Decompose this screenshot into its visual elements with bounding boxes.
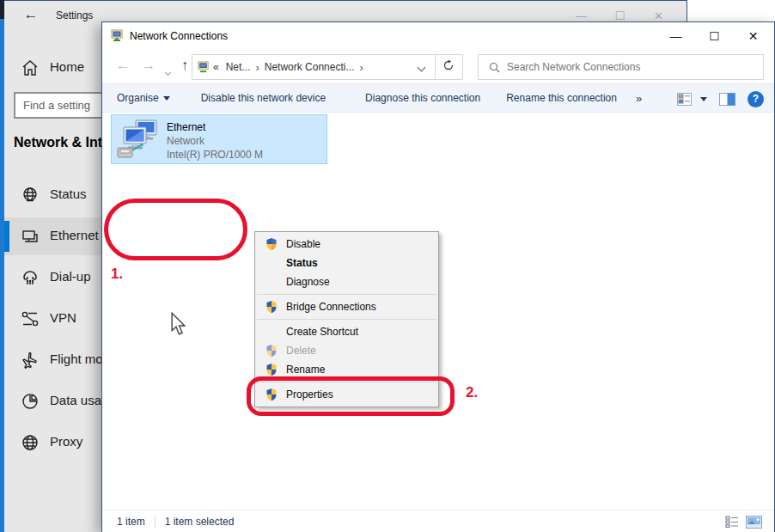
command-bar: Organise Disable this network device Dia… — [102, 83, 774, 113]
chevron-down-icon — [163, 96, 170, 101]
details-view-toggle[interactable] — [725, 516, 739, 528]
search-box[interactable] — [478, 54, 764, 80]
item-count: 1 item — [117, 516, 145, 528]
menu-item-disable[interactable]: Disable — [255, 235, 438, 254]
breadcrumb-parent[interactable]: Net... — [223, 61, 254, 73]
minimize-button[interactable]: — — [656, 22, 695, 50]
menu-item-label: Diagnose — [286, 276, 330, 288]
settings-back-button[interactable]: ← — [20, 6, 42, 27]
menu-item-label: Create Shortcut — [286, 326, 358, 338]
address-dropdown-chevron-icon[interactable] — [418, 61, 424, 73]
refresh-icon — [442, 59, 455, 75]
search-input[interactable] — [507, 61, 763, 73]
annotation-step-2: 2. — [466, 384, 478, 401]
breadcrumb-separator: › — [253, 61, 260, 74]
help-button[interactable]: ? — [748, 91, 764, 107]
search-icon — [489, 62, 500, 73]
vpn-icon — [21, 309, 40, 328]
annotation-step-1: 1. — [111, 266, 123, 283]
menu-item-delete[interactable]: Delete — [255, 341, 438, 360]
annotation-circle-1 — [104, 199, 247, 260]
titlebar[interactable]: Network Connections — ☐ ✕ — [102, 22, 774, 51]
window-title: Network Connections — [130, 30, 228, 42]
ethernet-icon — [21, 227, 40, 246]
breadcrumb-prefix: « — [210, 61, 223, 73]
uac-shield-icon — [265, 300, 278, 316]
address-row: ← → ↑ « Net... › Network Connecti... › — [102, 51, 774, 83]
breadcrumb-separator: › — [357, 61, 364, 74]
sidebar-item-label: Status — [50, 187, 87, 201]
globe-proxy-icon — [21, 433, 40, 452]
settings-window-title: Settings — [56, 9, 93, 21]
refresh-button[interactable] — [435, 54, 463, 80]
airplane-icon — [21, 351, 40, 370]
annotation-circle-2 — [247, 376, 455, 416]
network-connections-window: Network Connections — ☐ ✕ ← → ↑ « Net...… — [101, 21, 775, 532]
address-bar[interactable]: « Net... › Network Connecti... › — [192, 54, 436, 80]
home-icon — [21, 58, 40, 77]
uac-shield-icon — [265, 237, 278, 254]
menu-item-label: Bridge Connections — [286, 301, 376, 313]
sidebar-item-label: Proxy — [50, 434, 82, 449]
network-folder-icon — [110, 29, 124, 46]
menu-item-status[interactable]: Status — [255, 254, 438, 272]
ethernet-connection-item[interactable]: Ethernet Network Intel(R) PRO/1000 M — [111, 114, 327, 164]
folder-content-area[interactable]: Ethernet Network Intel(R) PRO/1000 M 1. … — [102, 113, 774, 510]
menu-item-label: Disable — [286, 238, 320, 250]
address-network-icon — [197, 61, 210, 74]
menu-item-label: Status — [286, 257, 318, 269]
globe-status-icon — [21, 186, 40, 205]
preview-pane-button[interactable] — [719, 93, 735, 106]
toolbar-overflow-button[interactable]: » — [636, 92, 642, 105]
status-bar: 1 item 1 item selected — [102, 510, 774, 532]
mouse-cursor — [170, 312, 186, 339]
change-view-button[interactable] — [677, 93, 707, 106]
menu-separator — [257, 319, 436, 320]
sidebar-item-label: Dial-up — [50, 269, 91, 284]
connection-name: Ethernet — [167, 121, 205, 133]
pie-chart-icon — [21, 392, 40, 411]
menu-item-label: Delete — [286, 345, 316, 357]
preview-pane-icon — [719, 93, 735, 106]
rename-connection-button[interactable]: Rename this connection — [506, 92, 617, 104]
menu-item-diagnose[interactable]: Diagnose — [255, 272, 438, 291]
menu-separator — [257, 294, 436, 295]
window-controls: — ☐ ✕ — [656, 22, 772, 50]
connection-device-label: Intel(R) PRO/1000 M — [167, 149, 263, 161]
details-view-icon — [677, 93, 692, 106]
back-arrow-icon[interactable]: ← — [116, 58, 130, 73]
sidebar-item-label: Ethernet — [50, 228, 99, 242]
menu-item-create-shortcut[interactable]: Create Shortcut — [255, 322, 438, 341]
connection-network-label: Network — [167, 135, 204, 147]
uac-shield-icon — [265, 344, 278, 360]
sidebar-item-label: Home — [50, 59, 84, 74]
status-divider — [155, 516, 156, 528]
disable-device-button[interactable]: Disable this network device — [201, 92, 326, 104]
organise-button[interactable]: Organise — [117, 92, 170, 104]
phone-icon — [21, 268, 40, 287]
up-arrow-icon[interactable]: ↑ — [181, 58, 188, 73]
close-button[interactable]: ✕ — [734, 22, 772, 50]
maximize-button[interactable]: ☐ — [695, 22, 734, 50]
diagnose-connection-button[interactable]: Diagnose this connection — [365, 92, 480, 104]
menu-item-bridge-connections[interactable]: Bridge Connections — [255, 297, 438, 316]
selected-count: 1 item selected — [165, 516, 235, 528]
network-adapter-icon — [115, 119, 162, 165]
large-icons-view-toggle[interactable] — [746, 516, 762, 529]
history-chevron-icon[interactable] — [166, 63, 170, 78]
chevron-down-icon — [700, 97, 707, 101]
sidebar-item-label: VPN — [50, 310, 76, 325]
menu-item-label: Rename — [286, 364, 325, 376]
forward-arrow-icon[interactable]: → — [142, 58, 156, 73]
selected-accent-bar — [4, 221, 9, 252]
breadcrumb-current[interactable]: Network Connecti... — [261, 61, 358, 73]
